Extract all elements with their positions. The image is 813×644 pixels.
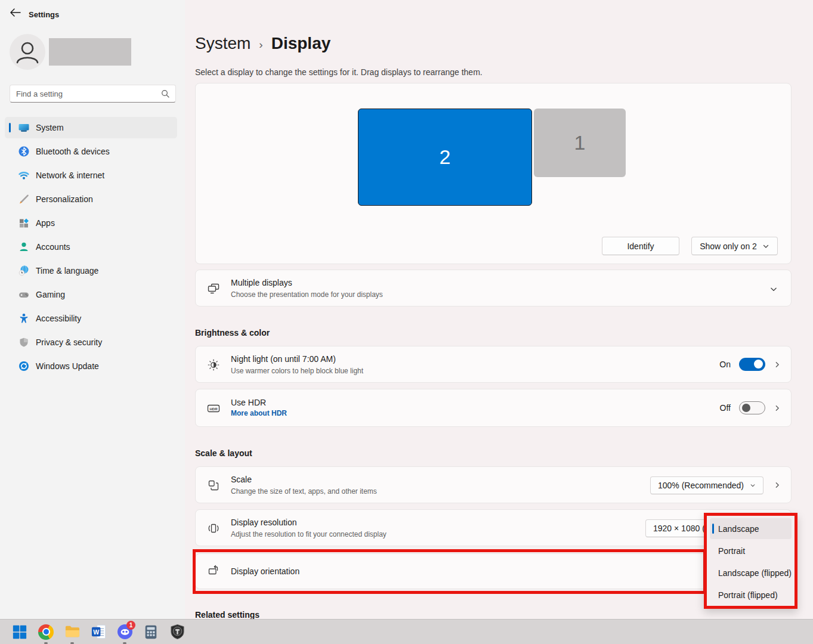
wifi-icon bbox=[18, 169, 30, 181]
night-light-icon bbox=[206, 358, 221, 372]
chevron-right-icon[interactable] bbox=[774, 481, 781, 489]
multiple-displays-row[interactable]: Multiple displays Choose the presentatio… bbox=[195, 270, 792, 306]
monitor-2[interactable]: 2 bbox=[358, 109, 532, 206]
chevron-right-icon[interactable] bbox=[774, 361, 781, 369]
sidebar-item-accessibility[interactable]: Accessibility bbox=[5, 308, 177, 329]
back-icon[interactable] bbox=[10, 8, 24, 20]
sidebar-item-accounts[interactable]: Accounts bbox=[5, 236, 177, 258]
multiple-displays-icon bbox=[206, 281, 221, 296]
running-indicator bbox=[44, 642, 48, 644]
chrome-icon bbox=[38, 624, 54, 640]
taskbar-world-of-tanks[interactable] bbox=[169, 624, 186, 640]
scale-row[interactable]: Scale Change the size of text, apps, and… bbox=[195, 466, 792, 503]
sidebar-item-bluetooth-devices[interactable]: Bluetooth & devices bbox=[5, 141, 177, 162]
row-title: Display resolution bbox=[231, 518, 297, 527]
windows-logo-icon bbox=[12, 624, 27, 640]
chevron-down-icon[interactable] bbox=[769, 285, 778, 296]
breadcrumb-system[interactable]: System bbox=[195, 34, 251, 53]
scale-icon bbox=[206, 478, 221, 493]
selected-accent-bar bbox=[712, 524, 714, 534]
svg-text:W: W bbox=[93, 628, 99, 636]
sidebar-item-gaming[interactable]: Gaming bbox=[5, 284, 177, 305]
user-avatar[interactable] bbox=[10, 34, 45, 70]
display-arrangement-card: 2 1 Identify Show only on 2 bbox=[195, 83, 792, 264]
person-icon bbox=[10, 34, 45, 70]
orientation-icon bbox=[206, 564, 221, 578]
user-name-redacted bbox=[49, 38, 131, 66]
sidebar-item-label: Privacy & security bbox=[36, 338, 102, 347]
apps-icon bbox=[18, 217, 30, 229]
sidebar-item-time-language[interactable]: Time & language bbox=[5, 260, 177, 281]
taskbar-word[interactable]: W bbox=[90, 624, 107, 640]
accounts-person-icon bbox=[18, 241, 30, 253]
chevron-down-icon bbox=[762, 243, 769, 250]
sidebar-item-label: Accessibility bbox=[36, 314, 81, 323]
monitor-1[interactable]: 1 bbox=[534, 109, 626, 177]
row-title: Use HDR bbox=[231, 398, 266, 407]
chevron-down-icon bbox=[750, 482, 756, 489]
taskbar-chrome[interactable] bbox=[38, 624, 54, 640]
section-scale-layout: Scale & layout bbox=[195, 448, 252, 458]
breadcrumb: System › Display bbox=[195, 34, 330, 53]
sidebar-item-system[interactable]: System bbox=[5, 117, 177, 138]
row-title: Multiple displays bbox=[231, 278, 292, 287]
sidebar-item-apps[interactable]: Apps bbox=[5, 212, 177, 234]
sidebar-item-label: Network & internet bbox=[36, 171, 104, 180]
sidebar-item-personalization[interactable]: Personalization bbox=[5, 188, 177, 210]
settings-window: Settings System B bbox=[0, 0, 813, 644]
breadcrumb-separator: › bbox=[259, 38, 262, 51]
row-subtitle: Adjust the resolution to fit your connec… bbox=[231, 530, 387, 538]
option-portrait-flipped[interactable]: Portrait (flipped) bbox=[710, 584, 792, 605]
more-about-hdr-link[interactable]: More about HDR bbox=[231, 409, 287, 417]
sidebar: Settings System B bbox=[0, 0, 185, 619]
sidebar-item-windows-update[interactable]: Windows Update bbox=[5, 355, 177, 377]
night-light-row[interactable]: Night light (on until 7:00 AM) Use warme… bbox=[195, 346, 792, 383]
toggle-state-label: Off bbox=[720, 403, 731, 413]
use-hdr-row[interactable]: HDR Use HDR More about HDR Off bbox=[195, 389, 792, 427]
selected-accent-bar bbox=[9, 123, 11, 132]
system-icon bbox=[18, 122, 30, 134]
sidebar-item-label: Personalization bbox=[36, 194, 93, 204]
paintbrush-icon bbox=[18, 193, 30, 205]
monitor-1-number: 1 bbox=[574, 131, 586, 154]
notification-badge: 1 bbox=[126, 621, 135, 630]
taskbar-calculator[interactable] bbox=[143, 624, 159, 640]
section-brightness-color: Brightness & color bbox=[195, 328, 270, 338]
search-input[interactable] bbox=[16, 85, 153, 102]
search-icon[interactable] bbox=[161, 89, 170, 101]
folder-icon bbox=[64, 624, 81, 640]
sidebar-item-label: Bluetooth & devices bbox=[36, 147, 110, 156]
taskbar: W 1 bbox=[0, 619, 813, 644]
orientation-dropdown: Landscape Portrait Landscape (flipped) P… bbox=[704, 513, 797, 609]
section-related-settings: Related settings bbox=[195, 610, 259, 620]
row-subtitle: Change the size of text, apps, and other… bbox=[231, 487, 377, 496]
search-box[interactable] bbox=[10, 85, 176, 103]
page-title: Display bbox=[271, 34, 331, 53]
globe-clock-icon bbox=[18, 265, 30, 277]
taskbar-file-explorer[interactable] bbox=[64, 624, 81, 640]
option-landscape[interactable]: Landscape bbox=[710, 518, 792, 539]
sidebar-item-label: Windows Update bbox=[36, 361, 99, 371]
hdr-toggle[interactable] bbox=[739, 401, 765, 414]
identify-button[interactable]: Identify bbox=[602, 237, 679, 255]
show-only-dropdown[interactable]: Show only on 2 bbox=[691, 237, 778, 255]
option-landscape-flipped[interactable]: Landscape (flipped) bbox=[710, 562, 792, 583]
gamepad-icon bbox=[18, 289, 30, 301]
tank-game-icon bbox=[169, 624, 186, 640]
row-subtitle: Choose the presentation mode for your di… bbox=[231, 290, 383, 299]
start-button[interactable] bbox=[11, 624, 28, 640]
chevron-right-icon[interactable] bbox=[774, 404, 781, 412]
option-portrait[interactable]: Portrait bbox=[710, 540, 792, 561]
toggle-state-label: On bbox=[719, 360, 731, 369]
night-light-toggle[interactable] bbox=[739, 358, 765, 371]
sidebar-item-privacy-security[interactable]: Privacy & security bbox=[5, 332, 177, 353]
display-orientation-row[interactable]: Display orientation bbox=[195, 553, 792, 589]
word-icon: W bbox=[91, 624, 107, 640]
sidebar-item-network-internet[interactable]: Network & internet bbox=[5, 165, 177, 186]
taskbar-discord[interactable]: 1 bbox=[116, 624, 133, 640]
accessibility-person-icon bbox=[18, 312, 30, 324]
display-resolution-row[interactable]: Display resolution Adjust the resolution… bbox=[195, 509, 792, 546]
scale-select[interactable]: 100% (Recommended) bbox=[650, 476, 763, 494]
resolution-icon bbox=[206, 521, 221, 535]
page-description: Select a display to change the settings … bbox=[195, 67, 483, 77]
